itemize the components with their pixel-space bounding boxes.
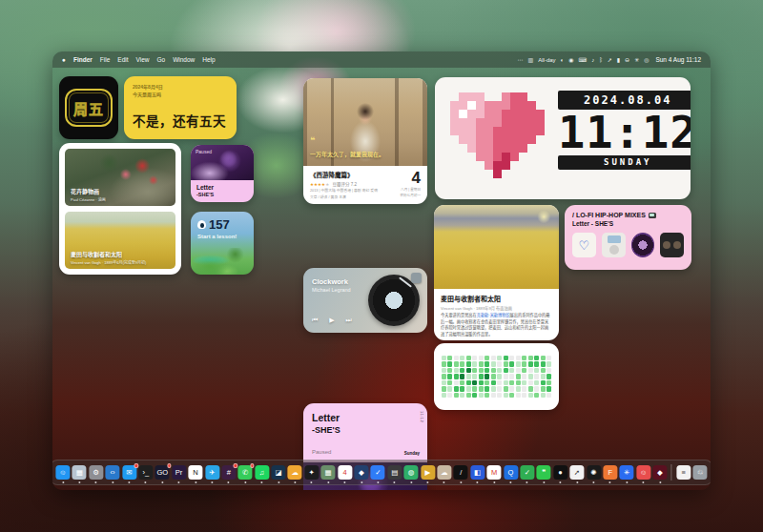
dock-icon-go-app[interactable]: GO [155,465,170,480]
painting-vangogh[interactable]: 麦田与收割者和太阳 Vincent van Gogh · 1889年6月(完成至… [65,212,175,269]
dock-icon-notion[interactable]: N [189,465,203,480]
dock-icon-trash[interactable]: ♲ [693,465,708,480]
ipod-thumb[interactable] [602,233,626,257]
dock-icon-fitness-app[interactable]: ✦ [304,465,319,480]
heart-pixel [502,101,510,110]
airplay-icon[interactable]: ➚ [608,56,612,63]
artwork-description: 今天要讲的是梵高在克勒勒·米勒博物馆展出的系列作品中的最后一幅。画中收割者在金色… [441,313,552,338]
menu-item-finder[interactable]: Finder [73,56,93,63]
menu-item-edit[interactable]: Edit [117,56,128,63]
menu-item-go[interactable]: Go [156,56,165,63]
heart-pixel [493,144,502,153]
stage-manager-icon[interactable]: ▥ [528,56,534,63]
dock-icon-notes[interactable]: ▤ [387,465,402,480]
dock-icon-telegram[interactable]: ✈ [205,465,219,480]
control-center-icon[interactable]: ✳ [634,56,639,63]
menu-item-file[interactable]: File [100,56,110,63]
cassette-thumb[interactable] [660,233,684,257]
dock-icon-messages[interactable]: ❞ [537,465,551,480]
heart-pixel [493,110,502,118]
heart-pixel [519,101,527,110]
grid-cell [541,368,546,373]
heart-pixel [510,161,519,170]
dock-icon-f-app[interactable]: F [603,465,617,480]
dock-icon-snowflake-app[interactable]: ✳ [620,465,634,480]
dock-icon-face-app[interactable]: ☺ [636,465,650,480]
dock-icon-terminal[interactable]: ›_ [138,465,153,480]
grid-cell [522,386,526,391]
dock-icon-dark-blue-app[interactable]: ◪ [271,465,285,480]
running-indicator [78,481,80,483]
art-gallery-widget[interactable]: 花卉静物画 Paul Cézanne · 油画 麦田与收割者和太阳 Vincen… [59,143,181,275]
dock-icon-m-app[interactable]: M [487,465,502,480]
dock-icon-system-settings[interactable]: ⚙ [89,465,103,480]
bluetooth-icon[interactable]: ᛒ [599,57,603,63]
grid-cell [485,356,489,360]
dock-icon-potplayer[interactable]: ▶ [421,465,435,480]
dock-icon-weather[interactable]: ☁ [437,465,451,480]
user-icon[interactable]: ◎ [644,56,649,63]
artwork-detail-widget[interactable]: 麦田与收割者和太阳 Vincent van Gogh · 1889年9月 布面油… [434,205,559,340]
streak-widget[interactable]: 157 Start a lesson! [191,212,254,275]
dock-icon-mail[interactable]: ✉ [122,465,136,480]
grid-cell [541,380,546,385]
dock-icon-vscode[interactable]: ‹› [106,465,120,480]
dock-icon-things[interactable]: ✓ [371,465,385,480]
keyboard-icon[interactable]: ⌨ [578,56,587,63]
music-icon[interactable]: ♪ [591,57,594,63]
running-indicator [261,481,263,483]
dock-icon-shield-app[interactable]: ✓ [520,465,534,480]
painting-cezanne[interactable]: 花卉静物画 Paul Cézanne · 油画 [65,149,175,206]
weekday-label: Sunday [404,451,420,456]
pixel-clock-widget[interactable]: 2024.08.04 11:12 SUNDAY [435,77,691,199]
album-thumb[interactable] [631,233,655,257]
friday-countdown-widget[interactable]: 2024年8月4日 今天是周五吗 不是，还有五天 [124,76,237,139]
menu-clock[interactable]: Sun 4 Aug 11:12 [655,56,701,63]
habit-grid-widget[interactable] [434,343,559,410]
friday-stamp-widget[interactable]: 周五 [59,76,118,139]
heart-pixel [450,170,459,178]
dock-icon-launchpad[interactable]: ▦ [72,465,87,480]
movie-quote-widget[interactable]: ❝ 一万年太久了，就爱我现在。 《西游降魔篇》 ★★★★★ 豆瓣评分 7.2 2… [303,78,427,204]
grid-cell [528,393,533,398]
dock-icon-wechat[interactable]: ✆ [238,465,253,480]
vinyl-player-widget[interactable]: Clockwork Michael Legrand ⏮ ▶ ⏭ [303,268,427,333]
dock-icon-gem-app[interactable]: ◆ [652,465,667,480]
dock-icon-sheets-app[interactable]: ▦ [321,465,336,480]
dock-icon-calendar[interactable]: 4 [338,465,352,480]
dock-icon-navy-app[interactable]: ◆ [354,465,368,480]
dock-icon-slack[interactable]: # [221,465,236,480]
music-widget-small[interactable]: Paused Letter -SHE'S [191,145,254,202]
dock-icon-remote-app[interactable]: ➚ [569,465,584,480]
playback-status: Paused [312,449,331,455]
dock-icon-cloud-app[interactable]: ☁ [288,465,302,480]
menu-item-view[interactable]: View [136,56,150,63]
dock-icon-spotify[interactable]: ♫ [255,465,269,480]
dock-icon-premiere[interactable]: Pr [172,465,186,480]
lofi-playlist-widget[interactable]: / LO-FI HIP-HOP MIXES Letter - SHE'S ♡ [565,205,691,270]
display-icon[interactable]: ◐ [561,57,565,63]
running-indicator [228,481,230,483]
menu-item-help[interactable]: Help [202,56,215,63]
dock-icon-finder[interactable]: ☺ [55,465,70,480]
dock-icon-document[interactable]: ≡ [676,465,691,480]
dock-icon-record-app[interactable]: ● [553,465,567,480]
focus-icon[interactable]: ⊖ [625,56,629,63]
apple-menu[interactable]: ● [62,56,66,63]
grid-cell [541,361,546,366]
menu-item-window[interactable]: Window [173,56,195,63]
playback-status: Paused [196,149,212,154]
dock-icon-cursor[interactable]: / [454,465,468,480]
dock-icon-chatgpt[interactable]: ✺ [587,465,601,480]
dock-icon-teams[interactable]: ◧ [470,465,485,480]
battery-icon[interactable]: ▮ [617,56,620,63]
screen-record-icon[interactable]: ◉ [568,56,573,63]
more-icon[interactable]: ⋯ [518,56,524,63]
museum-link[interactable]: 克勒勒·米勒博物馆 [477,313,510,317]
grid-cell [454,361,459,366]
heart-sticker-thumb[interactable]: ♡ [572,233,596,257]
allday-label[interactable]: All-day [538,57,555,63]
dock-icon-green-circle-app[interactable]: ◍ [404,465,419,480]
playback-controls[interactable]: ⏮ ▶ ⏭ [312,317,357,324]
dock-icon-q-browser[interactable]: Q [504,465,518,480]
